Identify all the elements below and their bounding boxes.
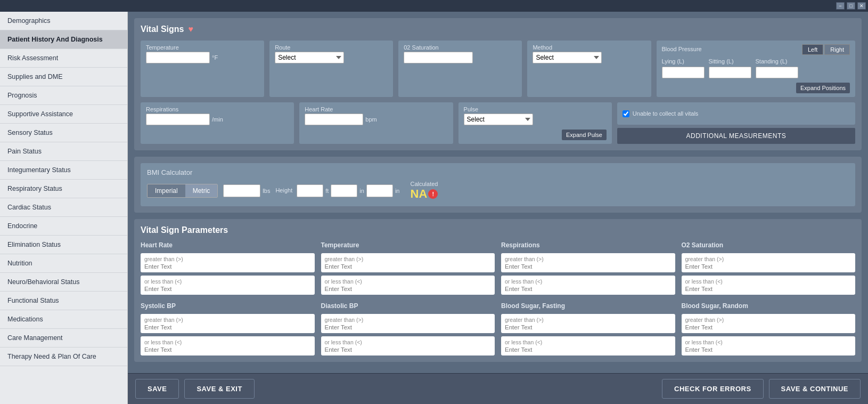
random-less-hint: or less than (<)	[685, 339, 852, 345]
save-button[interactable]: SAVE	[135, 379, 179, 399]
sidebar-item-sensory-status[interactable]: Sensory Status	[0, 124, 127, 142]
temperature-input[interactable]	[146, 52, 210, 63]
heart-icon: ♥	[189, 25, 194, 34]
weight-field: lbs	[223, 184, 270, 197]
bp-sitting-input[interactable]	[709, 67, 751, 78]
hr-greater-hint: greater than (>)	[144, 256, 311, 262]
fasting-less-input[interactable]	[505, 346, 672, 353]
param-o2-less: or less than (<)	[682, 276, 856, 295]
maximize-button[interactable]: □	[847, 2, 855, 10]
heart-rate-section: Heart Rate bpm	[299, 102, 453, 144]
weight-input[interactable]	[223, 184, 260, 197]
sidebar-item-medications[interactable]: Medications	[0, 310, 127, 329]
resp-greater-input[interactable]	[505, 263, 672, 270]
o2-saturation-section: 02 Saturation	[398, 41, 522, 97]
additional-measurements-button[interactable]: ADDITIONAL MEASUREMENTS	[617, 128, 855, 144]
param-diastolic-greater: greater than (>)	[321, 314, 495, 333]
calculated-label: Calculated	[410, 181, 438, 187]
param-fasting-less: or less than (<)	[501, 336, 675, 355]
param-fasting-title: Blood Sugar, Fasting	[501, 302, 675, 310]
o2-saturation-input[interactable]	[404, 52, 473, 63]
sidebar-item-care-management[interactable]: Care Management	[0, 329, 127, 348]
minimize-button[interactable]: −	[836, 2, 845, 10]
unable-collect-checkbox[interactable]	[623, 110, 629, 117]
param-diastolic-bp: Diastolic BP greater than (>) or less th…	[321, 302, 495, 355]
height-in2-input[interactable]	[366, 184, 393, 197]
method-select[interactable]: Select Pulse Ox Lab	[533, 52, 602, 63]
unable-checkbox-section: Unable to collect all vitals	[617, 102, 855, 125]
respirations-input[interactable]	[146, 114, 210, 125]
o2-less-input[interactable]	[685, 286, 852, 292]
sidebar-item-patient-history[interactable]: Patient History And Diagnosis	[0, 30, 127, 49]
metric-button[interactable]: Metric	[185, 184, 218, 197]
systolic-greater-input[interactable]	[144, 324, 311, 330]
o2-greater-hint: greater than (>)	[685, 256, 852, 262]
save-exit-button[interactable]: SAVE & EXIT	[184, 379, 254, 399]
sidebar-item-demographics[interactable]: Demographics	[0, 12, 127, 30]
sidebar-item-neuro-behavioral[interactable]: Neuro/Behavioral Status	[0, 273, 127, 292]
sidebar-item-prognosis[interactable]: Prognosis	[0, 86, 127, 105]
height-ft-input[interactable]	[297, 184, 323, 197]
sidebar-item-therapy-need[interactable]: Therapy Need & Plan Of Care	[0, 348, 127, 366]
temperature-unit: °F	[212, 54, 218, 61]
heart-rate-input[interactable]	[305, 114, 363, 125]
bmi-section: BMI Calculator Imperial Metric lbs Heigh…	[141, 163, 855, 206]
expand-positions-button[interactable]: Expand Positions	[796, 83, 850, 93]
o2-saturation-label: 02 Saturation	[404, 44, 517, 51]
route-label: Route	[275, 44, 388, 51]
fasting-greater-hint: greater than (>)	[505, 317, 672, 323]
temp-greater-input[interactable]	[325, 263, 492, 270]
bmi-title: BMI Calculator	[147, 168, 849, 176]
pulse-select[interactable]: Select Regular Irregular	[464, 114, 533, 125]
unit-toggle: Imperial Metric	[147, 184, 218, 198]
expand-pulse-button[interactable]: Expand Pulse	[562, 130, 607, 140]
vital-sign-parameters-card: Vital Sign Parameters Heart Rate greater…	[134, 219, 862, 362]
sidebar-item-respiratory[interactable]: Respiratory Status	[0, 180, 127, 198]
sidebar-item-supplies-dme[interactable]: Supplies and DME	[0, 68, 127, 86]
o2-greater-input[interactable]	[685, 263, 852, 270]
bp-standing: Standing (L)	[756, 58, 798, 78]
bmi-calculated: Calculated NA !	[410, 181, 438, 201]
bp-left-button[interactable]: Left	[802, 44, 823, 55]
random-greater-input[interactable]	[685, 324, 852, 330]
bp-sitting: Sitting (L)	[709, 58, 751, 78]
random-less-input[interactable]	[685, 346, 852, 353]
systolic-less-input[interactable]	[144, 346, 311, 353]
sidebar-item-supportive-assistance[interactable]: Supportive Assistance	[0, 105, 127, 124]
bp-right-button[interactable]: Right	[824, 44, 850, 55]
sidebar-item-pain-status[interactable]: Pain Status	[0, 142, 127, 161]
sidebar-item-elimination[interactable]: Elimination Status	[0, 236, 127, 254]
height-ft-unit: ft	[325, 188, 329, 194]
bp-standing-input[interactable]	[756, 67, 798, 78]
temp-less-input[interactable]	[325, 286, 492, 292]
bp-lying-input[interactable]	[662, 67, 705, 78]
param-heart-rate-greater: greater than (>)	[141, 253, 315, 272]
resp-less-input[interactable]	[505, 286, 672, 292]
save-continue-button[interactable]: SAVE & CONTINUE	[769, 379, 861, 399]
sidebar-item-cardiac[interactable]: Cardiac Status	[0, 198, 127, 217]
respirations-label: Respirations	[146, 106, 289, 112]
hr-less-input[interactable]	[144, 286, 311, 292]
hr-greater-input[interactable]	[144, 263, 311, 270]
diastolic-greater-input[interactable]	[325, 324, 492, 330]
sidebar-item-nutrition[interactable]: Nutrition	[0, 254, 127, 273]
bp-lying-label: Lying (L)	[662, 58, 705, 64]
fasting-greater-input[interactable]	[505, 324, 672, 330]
param-systolic-greater: greater than (>)	[141, 314, 315, 333]
imperial-button[interactable]: Imperial	[148, 184, 185, 197]
close-button[interactable]: ✕	[857, 2, 866, 10]
height-in-unit: in	[359, 188, 364, 194]
sidebar-item-endocrine[interactable]: Endocrine	[0, 217, 127, 236]
height-in-input[interactable]	[331, 184, 357, 197]
sidebar-item-integumentary[interactable]: Integumentary Status	[0, 161, 127, 180]
bp-positions: Lying (L) Sitting (L) Standing (L)	[662, 58, 850, 78]
route-select[interactable]: Select Oral Axillary Rectal Tympanic	[275, 52, 344, 63]
sidebar-item-risk-assessment[interactable]: Risk Assessment	[0, 49, 127, 68]
param-random-greater: greater than (>)	[682, 314, 856, 333]
method-section: Method Select Pulse Ox Lab	[527, 41, 651, 97]
fasting-less-hint: or less than (<)	[505, 339, 672, 345]
param-temperature-title: Temperature	[321, 241, 495, 249]
sidebar-item-functional[interactable]: Functional Status	[0, 292, 127, 310]
diastolic-less-input[interactable]	[325, 346, 492, 353]
check-errors-button[interactable]: CHECK FOR ERRORS	[662, 379, 764, 399]
